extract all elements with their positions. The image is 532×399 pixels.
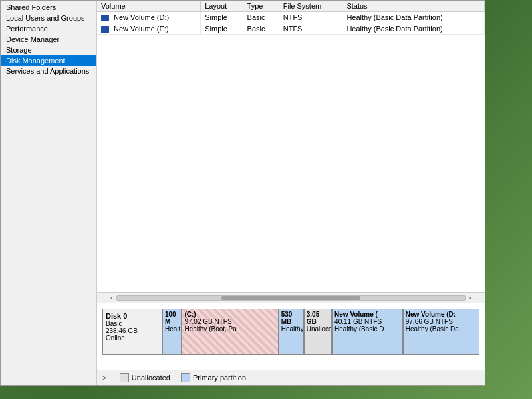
partition-status: Unallocated (307, 325, 329, 332)
partition-new-volume-d[interactable]: New Volume (D: 97.66 GB NTFS Healthy (Ba… (403, 309, 479, 355)
sidebar-item-device-manager[interactable]: Device Manager (1, 34, 96, 45)
sidebar-label: Shared Folders (6, 3, 56, 11)
scroll-right-arrow[interactable]: > (466, 295, 474, 301)
sidebar-item-shared-folders[interactable]: Shared Folders (1, 2, 96, 13)
sidebar: Shared Folders Local Users and Groups Pe… (1, 1, 97, 385)
sidebar-label: Performance (6, 25, 48, 33)
partition-recovery[interactable]: 530 MB Healthy (279, 309, 304, 355)
volume-list[interactable]: Volume Layout Type File System Status (97, 1, 485, 293)
volume-name: New Volume (D:) (97, 12, 201, 23)
col-filesystem: File System (279, 1, 342, 12)
partition-size: 97.02 GB NTFS (184, 318, 275, 325)
partition-label: New Volume (D: (406, 311, 477, 318)
disk-icon (101, 15, 109, 21)
window-content: Shared Folders Local Users and Groups Pe… (1, 1, 485, 385)
partition-status: Healthy (Basic Da (406, 325, 477, 332)
partition-size: 97.66 GB NTFS (406, 318, 477, 325)
disk-size: 238.46 GB (106, 327, 159, 334)
partition-new-volume-c[interactable]: New Volume ( 40.11 GB NTFS Healthy (Basi… (332, 309, 403, 355)
legend-color-primary (181, 373, 190, 382)
partition-status: Healt (165, 325, 179, 332)
disk-status: Online (106, 334, 159, 342)
volume-fs: NTFS (279, 12, 342, 23)
table-row[interactable]: New Volume (D:) Simple Basic NTFS Health… (97, 12, 485, 23)
scrollbar-track[interactable] (116, 295, 465, 301)
main-window: Shared Folders Local Users and Groups Pe… (0, 0, 485, 386)
partition-label: 530 MB (281, 311, 301, 325)
sidebar-item-local-users[interactable]: Local Users and Groups (1, 13, 96, 23)
legend-label-unallocated: Unallocated (132, 374, 170, 382)
sidebar-label: Local Users and Groups (6, 14, 85, 22)
partition-label: (C:) (184, 311, 275, 318)
legend-item-primary: Primary partition (181, 373, 246, 382)
disk-area: Disk 0 Basic 238.46 GB Online 100 M Heal… (97, 303, 485, 370)
sidebar-label: Services and Applications (6, 67, 89, 75)
legend-color-unallocated (120, 373, 129, 382)
volume-fs: NTFS (279, 23, 342, 35)
horizontal-scrollbar[interactable]: < > (97, 293, 485, 303)
disk-label: Disk 0 Basic 238.46 GB Online (102, 309, 162, 355)
sidebar-label: Disk Management (6, 57, 65, 65)
sidebar-label: Device Manager (6, 35, 59, 43)
scroll-left-arrow[interactable]: < (108, 295, 116, 301)
disk-icon (101, 26, 109, 33)
volume-type: Basic (243, 12, 279, 23)
partition-unallocated[interactable]: 3.05 GB Unallocated (304, 309, 332, 355)
disk-row: Disk 0 Basic 238.46 GB Online 100 M Heal… (102, 309, 479, 355)
col-volume: Volume (97, 1, 201, 12)
partition-status: Healthy (281, 325, 301, 332)
partition-boot[interactable]: 100 M Healt (162, 309, 182, 355)
volume-name: New Volume (E:) (97, 23, 201, 35)
content-area: Volume Layout Type File System Status (97, 1, 485, 385)
legend-bar: > Unallocated Primary partition (97, 370, 485, 385)
partition-status: Healthy (Boot, Pa (184, 325, 275, 332)
volume-layout: Simple (201, 12, 243, 23)
sidebar-item-performance[interactable]: Performance (1, 23, 96, 34)
partition-label: 3.05 GB (307, 311, 329, 325)
partition-status: Healthy (Basic D (334, 325, 400, 332)
col-status: Status (342, 1, 485, 12)
disk-type: Basic (106, 320, 159, 327)
partition-label: New Volume ( (334, 311, 400, 318)
partition-size: 40.11 GB NTFS (334, 318, 400, 325)
sidebar-label: Storage (6, 46, 32, 54)
partition-label: 100 M (165, 311, 179, 325)
table-row[interactable]: New Volume (E:) Simple Basic NTFS Health… (97, 23, 485, 35)
partitions-container: 100 M Healt (C:) 97.02 GB NTFS Healthy (… (162, 309, 479, 355)
sidebar-item-services[interactable]: Services and Applications (1, 66, 96, 76)
legend-item-unallocated: Unallocated (120, 373, 170, 382)
volume-layout: Simple (201, 23, 243, 35)
partition-c-drive[interactable]: (C:) 97.02 GB NTFS Healthy (Boot, Pa (182, 309, 278, 355)
sidebar-item-disk-management[interactable]: Disk Management (1, 55, 96, 66)
sidebar-item-storage[interactable]: Storage (1, 45, 96, 55)
volume-table: Volume Layout Type File System Status (97, 1, 485, 35)
disk-name: Disk 0 (106, 312, 159, 320)
volume-type: Basic (243, 23, 279, 35)
volume-status: Healthy (Basic Data Partition) (342, 12, 485, 23)
legend-label-primary: Primary partition (193, 374, 246, 382)
scrollbar-thumb[interactable] (221, 296, 360, 300)
screen-container: Shared Folders Local Users and Groups Pe… (0, 0, 532, 399)
col-layout: Layout (201, 1, 243, 12)
expand-arrow[interactable]: > (102, 374, 106, 382)
volume-status: Healthy (Basic Data Partition) (342, 23, 485, 35)
col-type: Type (243, 1, 279, 12)
